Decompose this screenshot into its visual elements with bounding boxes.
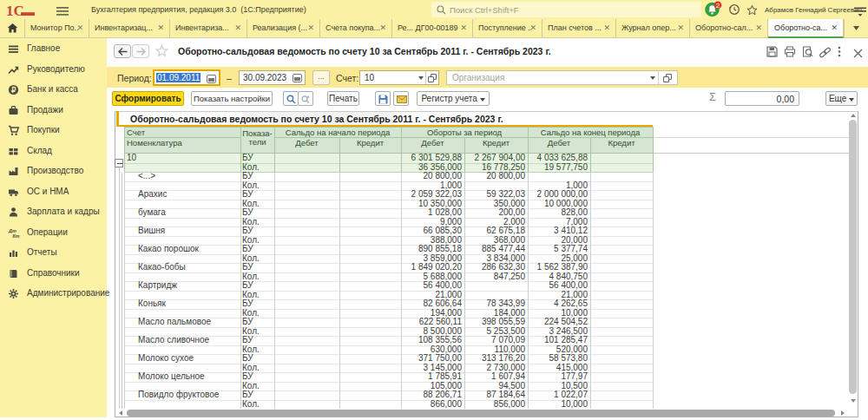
svg-text:1С: 1С bbox=[6, 3, 24, 19]
svg-text:Кт: Кт bbox=[13, 233, 20, 239]
svg-text:Дт: Дт bbox=[8, 227, 16, 233]
svg-text:2: 2 bbox=[716, 2, 720, 10]
svg-text:₽: ₽ bbox=[11, 86, 16, 95]
